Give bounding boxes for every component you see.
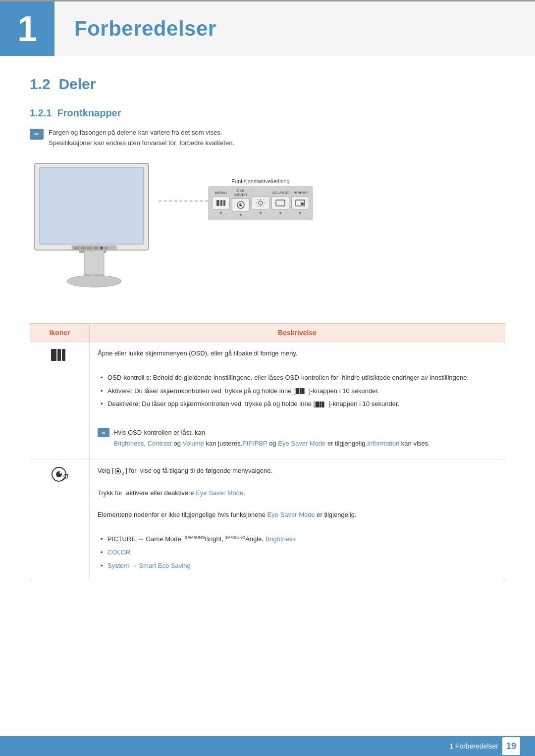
- svg-rect-12: [105, 247, 107, 250]
- btn-eye-saver: EYESAVER ▼: [232, 189, 250, 218]
- svg-rect-11: [100, 247, 103, 250]
- eye-bullet-list: PICTURE → Game Mode, SAMSUNGBright, SAMS…: [98, 534, 497, 571]
- link-brightness: Brightness: [113, 440, 144, 447]
- svg-rect-34: [295, 388, 299, 394]
- svg-point-19: [259, 201, 263, 205]
- svg-rect-28: [276, 200, 285, 206]
- btn-menu: MENU ▼: [212, 191, 230, 215]
- svg-rect-35: [299, 388, 302, 394]
- col-header-desc: Beskrivelse: [90, 323, 505, 342]
- list-item: Aktivere: Du låser skjærmkontrollen ved …: [98, 386, 497, 397]
- link-eye-saver: Eye Saver Mode: [278, 440, 325, 447]
- chapter-header: 1 Forberedelser: [0, 0, 535, 56]
- table-row: Åpne eller lukke skjermmenyen (OSD), ell…: [30, 342, 505, 459]
- monitor-illustration: Funksjonstastveiledning MENU ▼ EYESAVER: [30, 158, 505, 308]
- note-text: Fargen og fasongen på delene kan variere…: [49, 128, 234, 149]
- svg-point-18: [241, 204, 242, 205]
- svg-rect-8: [81, 247, 86, 250]
- btn-pip-pbp: PIP/PBP ▼: [291, 191, 309, 215]
- link-eye-saver3: Eye Saver Mode: [268, 511, 315, 518]
- link-system: System → Smart Eco Saving: [107, 562, 191, 569]
- note-block: Fargen og fasongen på delene kan variere…: [30, 128, 505, 149]
- eye-saver-icon: [232, 199, 250, 211]
- icon-cell-eye: [30, 459, 90, 580]
- list-item: System → Smart Eco Saving: [98, 561, 497, 571]
- svg-point-47: [116, 470, 119, 473]
- svg-point-5: [67, 275, 121, 287]
- section-heading: 1.2 Deler: [30, 76, 505, 96]
- link-info: Information: [367, 440, 399, 447]
- list-item: Deaktivere: Du låser opp skjærmkontrolle…: [98, 399, 497, 409]
- svg-rect-38: [320, 402, 322, 407]
- btn-brightness: ▼: [252, 191, 269, 215]
- menu-bullet-list: OSD-kontroll s: Behold de gjeldende inns…: [98, 373, 497, 409]
- svg-rect-13: [216, 200, 219, 206]
- list-item: PICTURE → Game Mode, SAMSUNGBright, SAMS…: [98, 534, 497, 545]
- svg-rect-15: [223, 200, 225, 206]
- link-contrast: Contrast: [148, 440, 172, 447]
- btn-source: SOURCE ▼: [271, 191, 289, 215]
- svg-line-49: [122, 474, 123, 475]
- svg-point-17: [239, 203, 242, 206]
- svg-rect-10: [94, 247, 99, 250]
- svg-rect-31: [51, 349, 56, 361]
- monitor-svg: [30, 158, 159, 307]
- chapter-number: 1: [0, 1, 54, 56]
- page-footer: 1 Forberedelser 19: [0, 736, 535, 756]
- svg-rect-14: [220, 200, 222, 206]
- chapter-title-block: Forberedelser: [54, 1, 535, 56]
- svg-rect-1: [40, 167, 144, 244]
- note-icon: [30, 129, 44, 140]
- note-inline: Hvis OSD-kontrollen er låst, kan Brightn…: [98, 427, 497, 449]
- link-pip: PIP/PBP: [242, 440, 267, 447]
- svg-line-27: [264, 200, 264, 200]
- table-row: Velg [ ] for vise og få tilgang til de f…: [30, 459, 505, 580]
- svg-rect-36: [302, 388, 305, 394]
- link-volume: Volume: [182, 440, 204, 447]
- main-table: Ikoner Beskrivelse Åpne eller lukke skje…: [30, 323, 505, 581]
- button-panel: MENU ▼ EYESAVER: [208, 186, 313, 221]
- svg-rect-4: [84, 250, 104, 275]
- svg-rect-37: [316, 402, 319, 407]
- footer-text: 1 Forberedelser: [449, 742, 498, 750]
- svg-rect-30: [301, 202, 304, 205]
- svg-rect-33: [62, 349, 65, 361]
- svg-rect-9: [87, 247, 92, 250]
- link-eye-saver2: Eye Saver Mode: [196, 489, 243, 497]
- link-color: COLOR: [107, 549, 130, 556]
- note-inline-icon: [98, 428, 109, 437]
- svg-rect-7: [74, 247, 79, 250]
- chapter-title: Forberedelser: [74, 17, 216, 41]
- main-content: 1.2 Deler 1.2.1 Frontknapper Fargen og f…: [0, 76, 535, 610]
- icon-cell-menu: [30, 342, 90, 459]
- svg-rect-39: [322, 402, 324, 407]
- desc-cell-eye: Velg [ ] for vise og få tilgang til de f…: [90, 459, 505, 580]
- col-header-icons: Ikoner: [30, 323, 90, 342]
- svg-rect-32: [57, 349, 61, 361]
- link-brightness2: Brightness: [266, 535, 296, 543]
- list-item: OSD-kontroll s: Behold de gjeldende inns…: [98, 373, 497, 383]
- desc-cell-menu: Åpne eller lukke skjermmenyen (OSD), ell…: [90, 342, 505, 459]
- subsection-heading: 1.2.1 Frontknapper: [30, 107, 505, 119]
- list-item: COLOR: [98, 548, 497, 558]
- monitor-drawing: [30, 158, 159, 308]
- page-number: 19: [502, 737, 520, 755]
- svg-line-24: [257, 200, 258, 200]
- svg-line-26: [257, 206, 258, 206]
- svg-point-42: [59, 472, 61, 474]
- pip-pbp-icon: [291, 197, 309, 209]
- brightness-icon: [252, 197, 269, 209]
- function-guide-label: Funksjonstastveiledning: [208, 178, 313, 184]
- svg-line-25: [264, 206, 264, 206]
- menu-icon: [212, 197, 230, 209]
- source-icon: [271, 197, 289, 209]
- button-panel-area: Funksjonstastveiledning MENU ▼ EYESAVER: [208, 178, 313, 221]
